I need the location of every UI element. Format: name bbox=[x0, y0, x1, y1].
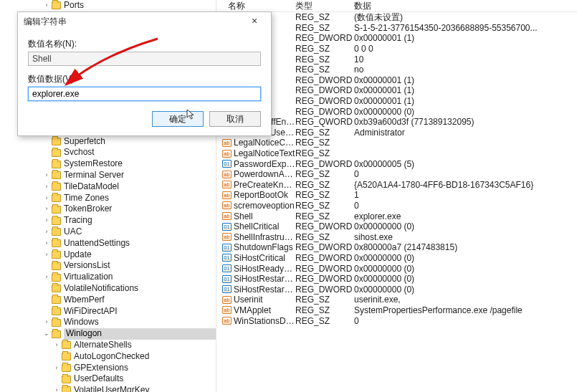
value-row[interactable]: abReportBootOkREG_SZ1 bbox=[216, 190, 577, 201]
chevron-right-icon[interactable]: › bbox=[42, 181, 52, 193]
ok-button[interactable]: 确定 bbox=[152, 111, 204, 127]
tree-item[interactable]: ›UAC bbox=[0, 226, 216, 238]
value-row[interactable]: abPowerdownAfte...REG_SZ0 bbox=[216, 169, 577, 180]
value-row[interactable]: 01PasswordExpiry...REG_DWORD0x00000005 (… bbox=[216, 158, 577, 169]
value-type: REG_DWORD bbox=[295, 85, 354, 95]
tree-item[interactable]: WiFiDirectAPI bbox=[0, 306, 216, 317]
tree-item[interactable]: ⌄Winlogon bbox=[0, 328, 216, 340]
value-row[interactable]: abShellInfrastruct...REG_SZsihost.exe bbox=[216, 231, 577, 242]
tree-item[interactable]: ›GPExtensions bbox=[0, 363, 216, 374]
close-icon[interactable]: × bbox=[242, 14, 267, 29]
value-row[interactable]: abShellREG_SZexplorer.exe bbox=[216, 211, 577, 221]
value-data: 0x00000001 (1) bbox=[354, 96, 577, 106]
col-data[interactable]: 数据 bbox=[354, 0, 577, 12]
value-row[interactable]: abLegalNoticeCap...REG_SZ bbox=[216, 138, 577, 148]
value-row[interactable]: 01SiHostReadyTi...REG_DWORD0x00000000 (0… bbox=[216, 263, 577, 274]
tree-item[interactable]: ›Virtualization bbox=[0, 272, 216, 283]
chevron-right-icon[interactable]: › bbox=[42, 193, 52, 204]
tree-item[interactable]: ›UnattendSettings bbox=[0, 238, 216, 249]
tree-item[interactable]: Svchost bbox=[0, 147, 216, 158]
chevron-right-icon[interactable]: › bbox=[42, 272, 52, 283]
dialog-title: 编辑字符串 bbox=[24, 16, 67, 28]
tree-item[interactable]: Superfetch bbox=[0, 136, 216, 148]
tree-item[interactable]: ›Windows bbox=[0, 317, 216, 328]
value-row[interactable]: 01SiHostCriticalREG_DWORD0x00000000 (0) bbox=[216, 253, 577, 264]
chevron-right-icon[interactable]: › bbox=[52, 385, 62, 392]
value-data: 0x800000a7 (2147483815) bbox=[354, 242, 577, 252]
tree-item[interactable]: ›VolatileUserMgrKey bbox=[0, 385, 216, 392]
tree-item[interactable]: ›Terminal Server bbox=[0, 170, 216, 181]
chevron-down-icon[interactable]: ⌄ bbox=[42, 328, 52, 340]
value-type: REG_DWORD bbox=[295, 285, 354, 295]
value-data-field[interactable] bbox=[28, 87, 261, 101]
col-name[interactable]: 名称 bbox=[216, 0, 295, 12]
folder-icon bbox=[52, 138, 61, 145]
value-row[interactable]: abWinStationsDis...REG_SZ0 bbox=[216, 315, 577, 326]
value-row[interactable]: 01ShellCriticalREG_DWORD0x00000000 (0) bbox=[216, 221, 577, 232]
value-name: SiHostRestartTi... bbox=[234, 285, 295, 295]
value-data: SystemPropertiesPerformance.exe /pagefil… bbox=[354, 305, 577, 315]
value-type: REG_DWORD bbox=[295, 75, 354, 85]
chevron-right-icon[interactable]: › bbox=[42, 249, 52, 261]
folder-icon bbox=[52, 274, 61, 282]
tree-item[interactable]: ›Time Zones bbox=[0, 193, 216, 204]
tree-item[interactable]: VolatileNotifications bbox=[0, 283, 216, 295]
tree-item-label: Update bbox=[64, 249, 216, 261]
tree-item-label: AutoLogonChecked bbox=[74, 351, 216, 363]
chevron-right-icon[interactable]: › bbox=[42, 215, 52, 226]
value-data: 0x00000000 (0) bbox=[354, 253, 577, 263]
tree-item[interactable]: ›TokenBroker bbox=[0, 204, 216, 215]
tree-item-label: Ports bbox=[64, 0, 216, 11]
chevron-right-icon[interactable]: › bbox=[42, 170, 52, 181]
chevron-right-icon[interactable]: › bbox=[42, 0, 52, 11]
chevron-right-icon[interactable]: › bbox=[52, 340, 62, 351]
tree-item[interactable]: ›Tracing bbox=[0, 215, 216, 226]
value-name: PowerdownAfte... bbox=[234, 169, 295, 179]
value-type: REG_SZ bbox=[295, 12, 354, 22]
folder-icon bbox=[52, 206, 61, 214]
col-type[interactable]: 类型 bbox=[295, 0, 354, 12]
value-row[interactable]: abUserinitREG_SZuserinit.exe, bbox=[216, 295, 577, 305]
chevron-right-icon[interactable]: › bbox=[42, 226, 52, 238]
chevron-right-icon[interactable]: › bbox=[52, 363, 62, 374]
tree-item[interactable]: AutoLogonChecked bbox=[0, 351, 216, 363]
value-name: ShutdownFlags bbox=[234, 242, 295, 252]
folder-icon bbox=[52, 319, 61, 327]
tree-item[interactable]: ›TileDataModel bbox=[0, 181, 216, 193]
binary-value-icon: 01 bbox=[222, 254, 232, 262]
dialog-titlebar[interactable]: 编辑字符串 × bbox=[18, 12, 271, 31]
value-row[interactable]: abLegalNoticeTextREG_SZ bbox=[216, 148, 577, 159]
value-data: 0 bbox=[354, 169, 577, 179]
edit-string-dialog: 编辑字符串 × 数值名称(N): 数值数据(V): 确定 取消 bbox=[17, 11, 272, 136]
binary-value-icon: 01 bbox=[222, 285, 232, 293]
value-row[interactable]: 01SiHostRestartC...REG_DWORD0x00000000 (… bbox=[216, 274, 577, 285]
value-row[interactable]: 01SiHostRestartTi...REG_DWORD0x00000000 … bbox=[216, 284, 577, 295]
value-data: 0x00000000 (0) bbox=[354, 274, 577, 284]
value-type: REG_DWORD bbox=[295, 253, 354, 263]
tree-item-label: UnattendSettings bbox=[64, 238, 216, 249]
chevron-right-icon[interactable]: › bbox=[42, 204, 52, 215]
binary-value-icon: 01 bbox=[222, 223, 232, 231]
tree-item[interactable]: VersionsList bbox=[0, 260, 216, 272]
tree-item[interactable]: ›Update bbox=[0, 249, 216, 261]
value-name: LegalNoticeText bbox=[234, 148, 295, 158]
tree-item[interactable]: WbemPerf bbox=[0, 295, 216, 306]
value-data: 0x00000001 (1) bbox=[354, 75, 577, 85]
chevron-right-icon[interactable]: › bbox=[42, 238, 52, 249]
folder-icon bbox=[62, 364, 71, 372]
tree-item-label: Svchost bbox=[64, 147, 216, 158]
value-row[interactable]: abPreCreateKnow...REG_SZ{A520A1A4-1780-4… bbox=[216, 180, 577, 191]
value-type: REG_SZ bbox=[295, 169, 354, 179]
tree-item[interactable]: SystemRestore bbox=[0, 158, 216, 170]
tree-item[interactable]: UserDefaults bbox=[0, 373, 216, 385]
binary-value-icon: 01 bbox=[222, 264, 232, 272]
tree-item[interactable]: ›AlternateShells bbox=[0, 340, 216, 351]
cancel-button[interactable]: 取消 bbox=[209, 111, 261, 127]
tree-item[interactable]: ›Ports bbox=[0, 0, 216, 11]
value-row[interactable]: 01ShutdownFlagsREG_DWORD0x800000a7 (2147… bbox=[216, 242, 577, 253]
value-row[interactable]: abVMAppletREG_SZSystemPropertiesPerforma… bbox=[216, 305, 577, 316]
value-row[interactable]: abscremoveoptionREG_SZ0 bbox=[216, 201, 577, 211]
chevron-right-icon[interactable]: › bbox=[42, 317, 52, 328]
tree-item-label: Winlogon bbox=[64, 328, 216, 340]
folder-icon bbox=[52, 149, 61, 157]
